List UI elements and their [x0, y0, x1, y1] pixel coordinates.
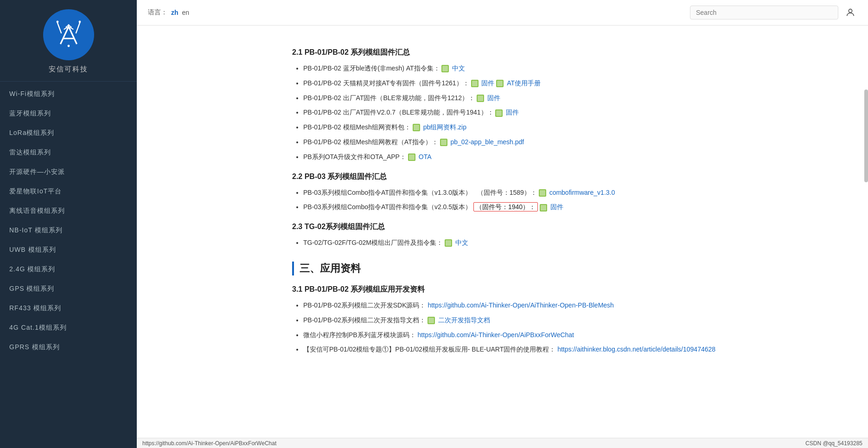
list-item: 微信小程序控制PB系列蓝牙模块源码： https://github.com/Ai… [303, 330, 849, 341]
link-csdn-tutorial[interactable]: https://aithinker.blog.csdn.net/article/… [557, 346, 715, 353]
file-icon [477, 95, 484, 102]
sidebar-nav-item[interactable]: 2.4G 模组系列 [0, 260, 137, 279]
brand-name: 安信可科技 [49, 65, 88, 74]
section-2-2-list: PB-03系列模组Combo指令AT固件和指令集（v1.3.0版本） （固件号：… [292, 187, 849, 213]
sidebar-navigation: Wi-Fi模组系列蓝牙模组系列LoRa模组系列雷达模组系列开源硬件—小安派爱星物… [0, 82, 137, 448]
sidebar-nav-item[interactable]: 开源硬件—小安派 [0, 162, 137, 182]
list-item: PB-01/PB-02 模组Mesh组网资料包： pb组网资料.zip [303, 122, 849, 133]
sidebar-nav-item[interactable]: LoRa模组系列 [0, 123, 137, 143]
search-area [690, 6, 857, 19]
list-item: 【安信可PB-01/02模组专题①】PB-01/02模组开发板应用- BLE-U… [303, 344, 849, 355]
file-icon [540, 204, 547, 211]
section-2-1-list: PB-01/PB-02 蓝牙ble透传(非mesh) AT指令集： 中文 PB-… [292, 63, 849, 163]
sidebar-nav-item[interactable]: NB-IoT 模组系列 [0, 221, 137, 240]
file-icon [445, 239, 452, 247]
sidebar: 安信可科技 Wi-Fi模组系列蓝牙模组系列LoRa模组系列雷达模组系列开源硬件—… [0, 0, 137, 448]
list-item: PB-01/PB-02 蓝牙ble透传(非mesh) AT指令集： 中文 [303, 63, 849, 74]
link-firmware-1[interactable]: 固件 [481, 79, 494, 87]
section-3-1-title: 3.1 PB-01/PB-02 系列模组应用开发资料 [292, 285, 849, 294]
link-firmware-3[interactable]: 固件 [506, 109, 519, 116]
link-mesh-pdf[interactable]: pb_02-app_ble_mesh.pdf [450, 138, 524, 146]
svg-point-7 [849, 9, 852, 13]
highlight-firmware-no: （固件号：1940）： [473, 202, 538, 211]
link-zhongwen-1[interactable]: 中文 [452, 64, 465, 72]
section-2-2-title: 2.2 PB-03 系列模组固件汇总 [292, 172, 849, 182]
language-switcher: 语言： zh en [148, 8, 189, 17]
link-sdk-github[interactable]: https://github.com/Ai-Thinker-Open/AiThi… [428, 301, 614, 309]
file-icon [440, 139, 447, 146]
file-icon [428, 317, 435, 324]
link-tg02-zhongwen[interactable]: 中文 [455, 239, 468, 246]
scrollbar-thumb[interactable] [864, 90, 868, 182]
svg-point-3 [78, 21, 81, 23]
topbar: 语言： zh en [137, 0, 868, 26]
link-combo-v130[interactable]: combofirmware_v1.3.0 [549, 189, 615, 196]
user-icon[interactable] [844, 6, 857, 19]
file-icon [441, 65, 449, 72]
file-icon [496, 80, 504, 87]
sidebar-nav-item[interactable]: 4G Cat.1模组系列 [0, 318, 137, 338]
list-item: PB-03系列模组Combo指令AT固件和指令集（v2.0.5版本） （固件号：… [303, 202, 849, 213]
lang-en-link[interactable]: en [182, 9, 190, 16]
section-2-3-title: 2.3 TG-02系列模组固件汇总 [292, 222, 849, 232]
status-right: CSDN @qq_54193285 [805, 440, 862, 447]
svg-point-1 [56, 21, 58, 23]
sidebar-nav-item[interactable]: 离线语音模组系列 [0, 201, 137, 221]
file-icon [495, 109, 503, 117]
sidebar-nav-item[interactable]: Wi-Fi模组系列 [0, 84, 137, 104]
list-item: PB系列OTA升级文件和OTA_APP： OTA [303, 152, 849, 163]
list-item: TG-02/TG-02F/TG-02M模组出厂固件及指令集： 中文 [303, 237, 849, 249]
list-item: PB-01/PB-02 天猫精灵对接AT专有固件（固件号1261）： 固件 AT… [303, 78, 849, 89]
search-input[interactable] [690, 6, 838, 19]
svg-point-6 [67, 45, 70, 47]
link-dev-guide[interactable]: 二次开发指导文档 [438, 316, 490, 324]
file-icon [471, 80, 479, 87]
lang-zh-link[interactable]: zh [171, 9, 179, 16]
link-mesh-zip[interactable]: pb组网资料.zip [423, 123, 466, 131]
list-item: PB-03系列模组Combo指令AT固件和指令集（v1.3.0版本） （固件号：… [303, 187, 849, 198]
section-2-1-title: 2.1 PB-01/PB-02 系列模组固件汇总 [292, 48, 849, 58]
list-item: PB-01/PB-02 出厂AT固件V2.0.7（BLE常规功能，固件号1941… [303, 107, 849, 118]
link-ota[interactable]: OTA [419, 153, 432, 160]
statusbar: https://github.com/Ai-Thinker-Open/AiPBx… [137, 438, 868, 448]
section-3-heading: 三、应用资料 [292, 262, 849, 275]
sidebar-nav-item[interactable]: 蓝牙模组系列 [0, 104, 137, 123]
sidebar-nav-item[interactable]: UWB 模组系列 [0, 240, 137, 260]
file-icon [413, 124, 420, 131]
file-icon [539, 189, 546, 197]
list-item: PB-01/PB-02 模组Mesh组网教程（AT指令）： pb_02-app_… [303, 137, 849, 148]
link-manual-1[interactable]: AT使用手册 [507, 79, 541, 87]
sidebar-logo: 安信可科技 [0, 0, 137, 82]
sidebar-nav-item[interactable]: RF433 模组系列 [0, 299, 137, 318]
section-3-1-list: PB-01/PB-02系列模组二次开发SDK源码： https://github… [292, 300, 849, 355]
main-content: 2.1 PB-01/PB-02 系列模组固件汇总 PB-01/PB-02 蓝牙b… [274, 26, 868, 448]
logo-circle [43, 9, 94, 60]
svg-line-2 [76, 23, 80, 33]
sidebar-nav-item[interactable]: GPS 模组系列 [0, 279, 137, 299]
sidebar-nav-item[interactable]: GPRS 模组系列 [0, 338, 137, 357]
link-firmware-2[interactable]: 固件 [487, 94, 500, 102]
lang-label: 语言： [148, 8, 167, 17]
sidebar-nav-item[interactable]: 雷达模组系列 [0, 143, 137, 162]
status-url: https://github.com/Ai-Thinker-Open/AiPBx… [142, 440, 805, 447]
file-icon [408, 154, 415, 161]
list-item: PB-01/PB-02系列模组二次开发指导文档： 二次开发指导文档 [303, 315, 849, 326]
section-2-3-list: TG-02/TG-02F/TG-02M模组出厂固件及指令集： 中文 [292, 237, 849, 249]
sidebar-nav-item[interactable]: 爱星物联IoT平台 [0, 182, 137, 201]
list-item: PB-01/PB-02 出厂AT固件（BLE常规功能，固件号1212）： 固件 [303, 93, 849, 104]
link-wechat-github[interactable]: https://github.com/Ai-Thinker-Open/AiPBx… [418, 331, 574, 339]
list-item: PB-01/PB-02系列模组二次开发SDK源码： https://github… [303, 300, 849, 311]
link-combo-v205[interactable]: 固件 [550, 203, 563, 211]
svg-point-5 [68, 24, 70, 26]
svg-line-0 [57, 23, 61, 33]
